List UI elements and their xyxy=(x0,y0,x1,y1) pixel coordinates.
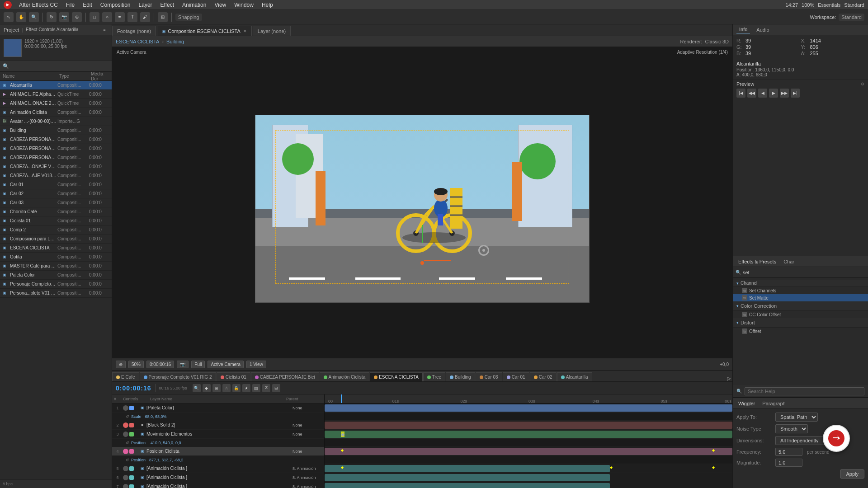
timeline-tab-escena[interactable]: ESCENA CICLISTA xyxy=(370,372,423,381)
tool-brush[interactable]: 🖌 xyxy=(140,12,150,22)
menu-view[interactable]: View xyxy=(211,1,230,9)
timeline-tab-car02[interactable]: Car 02 xyxy=(530,372,557,381)
offset-item[interactable]: fx Offset xyxy=(733,328,868,335)
timeline-tab-personaje[interactable]: Personaje Completo V01 RIG 2 xyxy=(140,372,216,381)
layer-row-1[interactable]: 1 ▣ [Paleta Color] None xyxy=(112,404,324,413)
timeline-current-time[interactable]: 0:00:00:16 xyxy=(116,385,151,392)
menu-file[interactable]: File xyxy=(62,1,78,9)
layer-row-4[interactable]: 4 ▣ Posicion Ciclista None xyxy=(112,447,324,456)
file-item-car02[interactable]: ▣ Car 02 Compositi... 0:00:0 xyxy=(0,189,112,198)
comp-tab-close[interactable]: ✕ xyxy=(243,29,247,33)
playback-btn[interactable]: ⊕ xyxy=(116,361,126,368)
tool-pan[interactable]: ⊕ xyxy=(72,12,82,22)
timeline-lock-btn[interactable]: 🔒 xyxy=(232,384,241,392)
paragraph-tab[interactable]: Paragraph xyxy=(760,400,787,407)
file-item-ciclista01[interactable]: ▣ Ciclista 01 Compositi... 0:00:0 xyxy=(0,216,112,225)
preview-next-frame-btn[interactable]: ▶▶ xyxy=(780,89,789,98)
menu-window[interactable]: Window xyxy=(231,1,257,9)
file-item-car01[interactable]: ▣ Car 01 Compositi... 0:00:0 xyxy=(0,180,112,189)
composition-tab[interactable]: ▣ Composition ESCENA CICLISTA ✕ xyxy=(157,26,252,36)
breadcrumb-building[interactable]: Building xyxy=(166,39,184,44)
snap-btn[interactable]: 📷 xyxy=(177,361,189,368)
timeline-tab-building[interactable]: Building xyxy=(446,372,475,381)
render-badge[interactable] xyxy=(823,425,850,452)
char-tab[interactable]: Char xyxy=(782,258,796,265)
file-item-chorrito[interactable]: ▣ Chorrito Café Compositi... 0:00:0 xyxy=(0,207,112,216)
layer-visibility[interactable] xyxy=(123,475,128,480)
file-item-master-cafe[interactable]: ▣ MASTER Café para todos Compositi... 0:… xyxy=(0,262,112,271)
file-item-alcantarilla[interactable]: ▣ Alcantarilla Compositi... 0:00:0 xyxy=(0,81,112,90)
menu-help[interactable]: Help xyxy=(258,1,277,9)
color-correction-category[interactable]: ▾ Color Correction xyxy=(733,301,868,311)
timeline-tab-ciclista01[interactable]: Ciclista 01 xyxy=(217,372,250,381)
panel-menu-btn[interactable]: ≡ xyxy=(101,26,108,33)
file-item-cabeza-v01b[interactable]: ▣ CABEZA...ONAJE V01B Compositi... 0:00:… xyxy=(0,162,112,171)
file-item-cabeza-v01[interactable]: ▣ CABEZA PERSONAJE V01 Compositi... 0:00… xyxy=(0,153,112,162)
layer-visibility[interactable] xyxy=(123,449,128,454)
layer-row-2[interactable]: 2 ■ [Black Solid 2] None xyxy=(112,421,324,430)
magnitude-input[interactable] xyxy=(775,459,802,467)
timeline-tab-anim-ciclista[interactable]: Animación Ciclista xyxy=(320,372,370,381)
timeline-tab-alcantarilla[interactable]: Alcantarilla xyxy=(557,372,592,381)
wiggler-tab[interactable]: Wiggler xyxy=(736,400,757,407)
file-item-cabeza-bici[interactable]: ▣ CABEZA PERSONAJE Bici Compositi... 0:0… xyxy=(0,135,112,144)
timeline-tab-ecafe[interactable]: E Cafe xyxy=(112,372,139,381)
effect-controls-tab[interactable]: Effect Controls Alcantarilla xyxy=(26,27,79,32)
timeline-tab-car03[interactable]: Car 03 xyxy=(476,372,502,381)
cc-color-offset-item[interactable]: fx CC Color Offset xyxy=(733,311,868,318)
layer-row-6[interactable]: 6 ▣ [Animación Ciclista ] 8. Animación xyxy=(112,473,324,482)
file-item-cabeza-rig[interactable]: ▣ CABEZA...AJE V018 RIG Compositi... 0:0… xyxy=(0,171,112,180)
file-item-cabeza-cafe[interactable]: ▣ CABEZA PERSONAJE Cafe Compositi... 0:0… xyxy=(0,144,112,153)
preview-prev-btn[interactable]: ◀◀ xyxy=(747,89,756,98)
timeline-cache-btn[interactable]: ⊟ xyxy=(272,384,280,392)
footage-tab[interactable]: Footage (none) xyxy=(112,26,156,36)
set-matte-item[interactable]: fx Set Matte xyxy=(733,294,868,301)
noise-type-select[interactable]: Smooth xyxy=(775,424,808,433)
file-item-gotita[interactable]: ▣ Gotita Compositi... 0:00:0 xyxy=(0,253,112,262)
tool-select[interactable]: ↖ xyxy=(4,12,14,22)
quality-btn[interactable]: Full xyxy=(191,361,205,368)
channel-category[interactable]: ▾ Channel xyxy=(733,280,868,287)
file-item-alpha[interactable]: ▶ ANIMACI...FE Alpha.mov QuickTime 0:00:… xyxy=(0,90,112,99)
timeline-tab-car01[interactable]: Car 01 xyxy=(503,372,529,381)
layer-visibility[interactable] xyxy=(123,405,128,411)
set-channels-item[interactable]: fx Set Channels xyxy=(733,287,868,294)
menu-effect[interactable]: Effect xyxy=(157,1,178,9)
layer-visibility[interactable] xyxy=(123,466,128,471)
timeline-shy-btn[interactable]: ★ xyxy=(242,384,250,392)
menu-composition[interactable]: Composition xyxy=(97,1,134,9)
layer-visibility[interactable] xyxy=(123,432,128,437)
layer-visibility[interactable] xyxy=(123,484,128,488)
file-item-paleta[interactable]: ▣ Paleta Color Compositi... 0:00:0 xyxy=(0,271,112,280)
file-item-onaje[interactable]: ▶ ANIMACI...ONAJE 2.mov QuickTime 0:00:0 xyxy=(0,99,112,108)
workspace-standard[interactable]: Standard xyxy=(839,14,864,21)
audio-tab[interactable]: Audio xyxy=(754,26,772,33)
frequency-input[interactable] xyxy=(775,448,802,456)
file-item-personaje-rig[interactable]: ▣ Persona...pleto V01 RIG Compositi... 0… xyxy=(0,289,112,298)
file-item-comp2[interactable]: ▣ Comp 2 Compositi... 0:00:0 xyxy=(0,225,112,235)
time-display[interactable]: 0:00:00:16 xyxy=(146,361,174,368)
tool-camera[interactable]: 📷 xyxy=(59,12,69,22)
file-item-anim-ciclista[interactable]: ▣ Animación Ciclista Compositi... 0:00:0 xyxy=(0,108,112,117)
info-tab[interactable]: Info xyxy=(736,26,750,33)
layer-row-3[interactable]: 3 ▣ Movimiento Elementos None xyxy=(112,430,324,439)
timeline-marker-btn[interactable]: ◆ xyxy=(203,384,211,392)
breadcrumb-escena[interactable]: ESCENA CICLISTA xyxy=(116,39,159,44)
file-item-composicion-loop[interactable]: ▣ Composicion para Loop Compositi... 0:0… xyxy=(0,235,112,244)
menu-essentials[interactable]: Essentials xyxy=(818,2,840,8)
effects-presets-tab[interactable]: Effects & Presets xyxy=(736,258,778,265)
layer-tab[interactable]: Layer (none) xyxy=(253,26,291,36)
dimensions-select[interactable]: All Independently xyxy=(775,436,830,445)
menu-app[interactable]: After Effects CC xyxy=(15,1,61,9)
preview-settings[interactable]: ⚙ xyxy=(861,82,864,86)
preview-first-btn[interactable]: |◀ xyxy=(736,89,745,98)
layer-row-5[interactable]: 5 ▣ [Animación Ciclista ] 8. Animación xyxy=(112,464,324,473)
menu-standard[interactable]: Standard xyxy=(844,2,864,8)
camera-btn[interactable]: Active Camera xyxy=(208,361,244,368)
timeline-flow-btn[interactable]: ⊞ xyxy=(212,384,221,392)
file-item-escena-ciclista[interactable]: ▣ ESCENA CICLISTA Compositi... 0:00:0 xyxy=(0,244,112,253)
tool-pen[interactable]: ✒ xyxy=(115,12,125,22)
timeline-draft-btn[interactable]: ▤ xyxy=(252,384,260,392)
project-search-input[interactable] xyxy=(9,64,109,69)
timeline-tab-cabeza-bici[interactable]: CABEZA PERSONAJE Bici xyxy=(251,372,319,381)
